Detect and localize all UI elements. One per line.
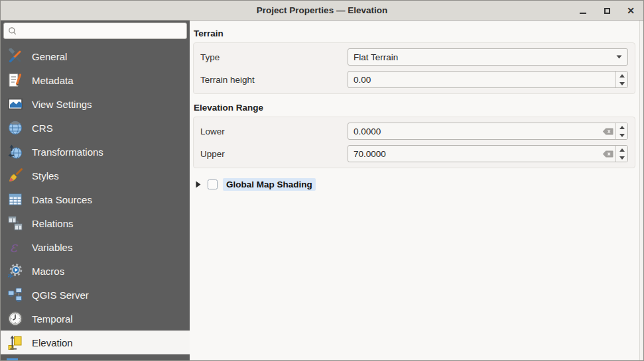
search-input[interactable] [21,26,183,36]
global-map-shading-checkbox[interactable] [208,180,218,189]
lower-value: 0.0000 [348,127,600,136]
sidebar-item-label: View Settings [32,99,92,110]
spin-up-icon[interactable] [616,123,627,131]
relations-icon [7,215,23,231]
terrain-type-label: Type [200,52,348,62]
clear-value-icon[interactable] [600,123,615,139]
sidebar-item-label: Temporal [32,313,73,325]
upper-value: 70.0000 [348,149,600,159]
clipped-next-item-icon [7,358,18,360]
spin-up-icon[interactable] [616,72,627,79]
styles-icon [7,168,23,183]
sidebar-item-general[interactable]: General [1,44,190,68]
close-button[interactable]: ✕ [626,6,635,15]
crs-icon [7,120,23,136]
sidebar-item-metadata[interactable]: Metadata [1,68,190,92]
titlebar: Project Properties — Elevation ✕ [1,1,643,21]
transformations-icon [7,144,23,160]
chevron-down-icon [610,49,627,65]
sidebar-item-label: Macros [32,266,64,277]
terrain-group-box: Type Flat Terrain Terrain height 0.00 [193,42,635,94]
sidebar-item-styles[interactable]: Styles [1,164,190,187]
sidebar-item-label: Variables [32,242,72,253]
view-settings-icon [7,96,23,112]
sidebar-item-transformations[interactable]: Transformations [1,140,190,164]
terrain-height-label: Terrain height [200,75,348,85]
metadata-icon [7,72,23,88]
terrain-height-value: 0.00 [348,75,615,85]
project-properties-dialog: Project Properties — Elevation ✕ [0,0,644,361]
sidebar-item-label: Elevation [32,337,73,348]
spin-down-icon[interactable] [616,131,627,139]
sidebar-item-label: Data Sources [32,194,92,205]
spin-down-icon[interactable] [616,79,627,87]
svg-text:ε: ε [10,239,19,255]
sidebar-item-label: QGIS Server [32,289,89,301]
lower-label: Lower [200,127,348,136]
window-title: Project Properties — Elevation [257,5,387,15]
elevation-icon [7,335,23,350]
macros-icon [7,263,23,279]
upper-spinbox[interactable]: 70.0000 [348,145,628,162]
qgis-server-icon [7,287,23,303]
lower-spinbox[interactable]: 0.0000 [348,123,628,140]
sidebar-item-temporal[interactable]: Temporal [1,307,190,331]
minimize-button[interactable] [578,6,588,15]
search-icon [7,26,18,36]
terrain-height-spinbox[interactable]: 0.00 [348,71,628,88]
sidebar-item-label: Styles [32,170,59,181]
sidebar-nav: General Metadata [1,42,190,360]
scrollbar-gutter [640,21,643,360]
sidebar-item-qgis-server[interactable]: QGIS Server [1,283,190,307]
sidebar-item-label: CRS [32,123,53,134]
sidebar-search[interactable] [3,23,187,39]
sidebar-item-label: Relations [32,218,74,229]
sidebar-item-label: Transformations [32,146,103,158]
elevation-range-group-box: Lower 0.0000 [193,117,635,168]
terrain-type-value: Flat Terrain [348,52,610,62]
elevation-range-section-title: Elevation Range [194,103,635,113]
sidebar-item-data-sources[interactable]: Data Sources [1,187,190,211]
elevation-settings-panel: Terrain Type Flat Terrain Terrain height [190,21,640,360]
terrain-type-dropdown[interactable]: Flat Terrain [348,48,628,66]
sidebar-item-crs[interactable]: CRS [1,116,190,140]
sidebar-item-view-settings[interactable]: View Settings [1,92,190,116]
sidebar: General Metadata [1,21,190,360]
sidebar-item-variables[interactable]: ε Variables [1,235,190,259]
sidebar-item-relations[interactable]: Relations [1,211,190,235]
upper-label: Upper [200,149,348,159]
global-map-shading-label[interactable]: Global Map Shading [223,178,316,191]
spin-up-icon[interactable] [616,146,627,154]
terrain-section-title: Terrain [194,28,635,38]
variables-icon: ε [7,239,23,255]
sidebar-item-label: General [32,51,67,62]
clear-value-icon[interactable] [600,146,615,162]
spin-down-icon[interactable] [616,154,627,162]
general-icon [7,48,23,64]
maximize-button[interactable] [602,6,612,15]
sidebar-item-label: Metadata [32,75,74,86]
data-sources-icon [7,191,23,207]
temporal-icon [7,311,23,327]
window-controls: ✕ [578,1,635,21]
expander-collapsed-icon[interactable] [196,181,202,189]
sidebar-item-macros[interactable]: Macros [1,259,190,283]
global-map-shading-row: Global Map Shading [196,178,635,191]
sidebar-item-elevation[interactable]: Elevation [1,331,190,354]
